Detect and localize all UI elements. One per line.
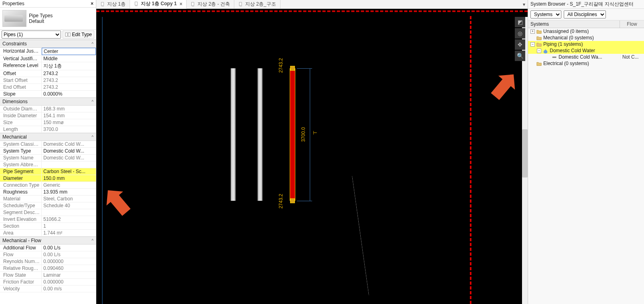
svg-rect-8 [239, 2, 242, 5]
prop-value: Domestic Cold W... [42, 155, 96, 161]
annotation-arrow-right [484, 65, 520, 101]
prop-key: Material [0, 196, 42, 202]
prop-value[interactable]: 2743.2 [42, 70, 96, 77]
prop-key: Reynolds Number [0, 258, 42, 265]
drawing-canvas[interactable]: 2743.2 2743.2 3700.0 ⊢ ◩ ◎ ✥ 🔍 [96, 9, 528, 304]
prop-key: Schedule/Type [0, 202, 42, 209]
tree-item-mechanical[interactable]: Mechanical (0 systems) [528, 35, 644, 41]
tree-value: Not C... [620, 54, 642, 60]
prop-value[interactable]: 지상 1층 [42, 62, 96, 70]
system-tree: + Unassigned (0 items) Mechanical (0 sys… [528, 28, 644, 67]
tree-item-dcw-instance[interactable]: Domestic Cold Wa... Not C... [528, 54, 644, 60]
prop-value[interactable]: 13.935 mm [42, 189, 96, 195]
doc-icon [100, 2, 105, 7]
tab-floor1[interactable]: 지상 1층 [96, 0, 130, 8]
tab-floor1-copy1[interactable]: 지상 1층 Copy 1 × [130, 0, 187, 9]
prop-value[interactable]: 0.00 L/s [42, 245, 96, 251]
svg-rect-9 [240, 6, 242, 6]
type-family-label: Pipe Types [29, 13, 53, 18]
prop-value: 0.00 m/s [42, 286, 96, 292]
chevron-up-icon: ^ [91, 239, 93, 243]
systems-scope-select[interactable]: Systems [530, 10, 561, 18]
instance-filter-select[interactable]: Pipes (1) [2, 31, 61, 39]
edit-type-button[interactable]: Edit Type [63, 31, 94, 39]
prop-key: System Classific... [0, 141, 42, 147]
tree-item-electrical[interactable]: Electrical (0 systems) [528, 60, 644, 67]
collapse-icon[interactable]: − [537, 49, 541, 53]
tab-floor2-struct[interactable]: 지상 2층_구조 [234, 0, 280, 8]
prop-value[interactable]: Middle [42, 55, 96, 62]
discipline-select[interactable]: All Disciplines [564, 10, 606, 18]
section-line-left [102, 17, 103, 304]
prop-value[interactable]: Carbon Steel - Sc... [42, 168, 96, 175]
group-mechanical[interactable]: Mechanical ^ [0, 133, 96, 141]
prop-key: Inside Diameter [0, 112, 42, 119]
group-dimensions[interactable]: Dimensions ^ [0, 98, 96, 106]
chevron-up-icon: ^ [91, 42, 93, 46]
tree-label: Mechanical (0 systems) [543, 35, 619, 41]
collapse-icon[interactable]: − [530, 42, 535, 47]
selected-pipe[interactable] [290, 68, 295, 201]
svg-rect-10 [553, 56, 557, 57]
zoom-icon[interactable]: 🔍 [515, 51, 525, 61]
prop-key: Horizontal Justif... [0, 48, 42, 55]
prop-value: 0.000000 [42, 258, 96, 265]
scrollbar-thumb[interactable] [522, 129, 528, 178]
grid-line-top [96, 10, 528, 12]
prop-value: 0.000000 [42, 279, 96, 285]
folder-icon [536, 61, 542, 66]
group-mechanical-flow[interactable]: Mechanical - Flow ^ [0, 237, 96, 245]
prop-key: Flow [0, 251, 42, 258]
column-element[interactable] [258, 68, 262, 201]
tab-label: 지상 1층 [107, 1, 126, 8]
svg-rect-0 [65, 33, 67, 37]
prop-value: Schedule 40 [42, 202, 96, 209]
prop-value: 51066.2 [42, 216, 96, 222]
dim-drag-handle-icon[interactable]: ⊢ [313, 130, 316, 136]
prop-value[interactable]: 0.0000% [42, 91, 96, 97]
tab-floor2-arch[interactable]: 지상 2층 - 건축 [187, 0, 234, 8]
prop-value: 150 mmø [42, 119, 96, 126]
col-flow[interactable]: Flow [620, 20, 644, 28]
folder-icon [536, 42, 542, 47]
prop-key: Connection Type [0, 182, 42, 188]
prop-value[interactable]: Domestic Cold W... [42, 148, 96, 154]
column-element[interactable] [231, 68, 236, 201]
prop-value: 0.00 L/s [42, 251, 96, 258]
prop-value: Generic [42, 182, 96, 188]
grid-line-right [470, 16, 471, 304]
pipe-endpoint-icon[interactable] [290, 66, 295, 71]
prop-key: Length [0, 126, 42, 133]
group-constraints[interactable]: Constraints ^ [0, 40, 96, 48]
nav-cube-icon[interactable]: ◩ [515, 17, 525, 27]
prop-key: Relative Roughn... [0, 265, 42, 271]
tree-item-dcw-group[interactable]: − Domestic Cold Water [528, 47, 644, 54]
folder-icon [536, 29, 542, 34]
chevron-up-icon: ^ [91, 100, 93, 104]
pipe-system-icon [552, 55, 557, 60]
tab-label: 지상 2층_구조 [245, 1, 276, 8]
expand-icon[interactable]: + [530, 29, 535, 34]
prop-value[interactable]: Center [42, 48, 96, 55]
tab-overflow-icon[interactable]: ▾ [520, 2, 528, 7]
tree-item-piping[interactable]: − Piping (1 systems) [528, 41, 644, 47]
tree-item-unassigned[interactable]: + Unassigned (0 items) [528, 28, 644, 35]
system-type-icon [543, 48, 548, 53]
col-systems[interactable]: Systems [528, 20, 620, 28]
prop-key: Invert Elevation [0, 216, 42, 222]
close-icon[interactable]: × [91, 1, 93, 6]
prop-key: System Type [0, 148, 42, 154]
svg-rect-4 [135, 2, 137, 5]
pan-icon[interactable]: ✥ [515, 39, 525, 50]
svg-rect-6 [192, 2, 194, 5]
steering-wheel-icon[interactable]: ◎ [515, 28, 525, 39]
prop-value: 2743.2 [42, 77, 96, 84]
prop-key: Offset [0, 70, 42, 77]
close-icon[interactable]: × [179, 1, 182, 7]
dim-line-vertical [310, 68, 310, 201]
prop-value[interactable]: 150.0 mm [42, 175, 96, 182]
prop-value [42, 161, 96, 168]
doc-icon [134, 2, 139, 6]
offset-dim-top: 2743.2 [278, 58, 284, 73]
properties-scroll[interactable]: Constraints ^ Horizontal Justif...Center… [0, 40, 96, 304]
